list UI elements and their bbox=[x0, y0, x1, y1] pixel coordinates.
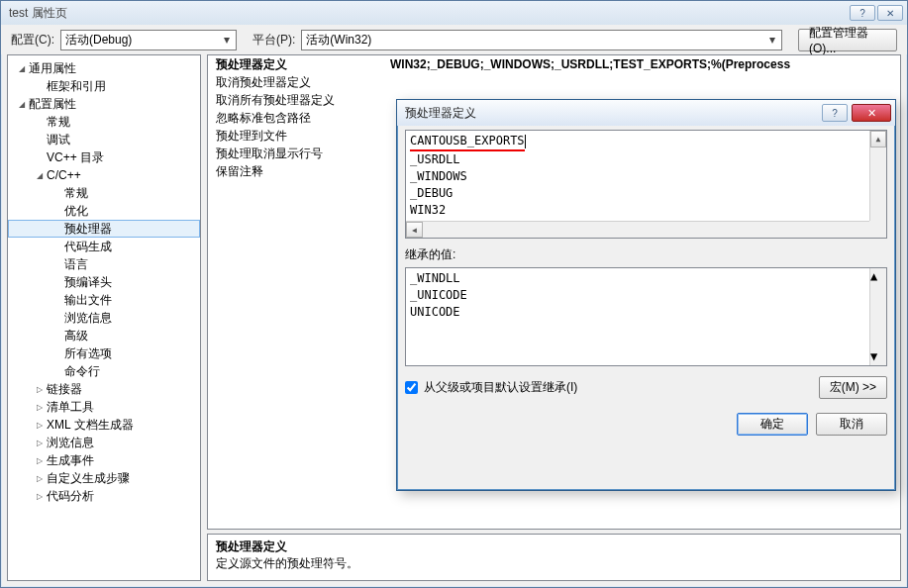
tree-item-label: 优化 bbox=[64, 203, 88, 220]
tree-twisty-icon[interactable]: ▷ bbox=[34, 455, 45, 466]
scroll-up-icon[interactable]: ▲ bbox=[870, 268, 886, 285]
definition-line: _WINDOWS bbox=[410, 168, 882, 185]
tree-twisty-spacer bbox=[51, 348, 62, 359]
tree-item-label: 预编译头 bbox=[64, 274, 112, 291]
property-label: 忽略标准包含路径 bbox=[208, 110, 386, 127]
scroll-up-icon[interactable]: ▲ bbox=[870, 131, 886, 147]
preprocessor-definitions-dialog: 预处理器定义 ? ✕ CANTOUSB_EXPORTS_USRDLL_WINDO… bbox=[396, 99, 896, 491]
ok-button[interactable]: 确定 bbox=[737, 413, 808, 436]
dialog-help-button[interactable]: ? bbox=[822, 104, 848, 122]
tree-item[interactable]: ▷生成事件 bbox=[8, 451, 200, 469]
tree-twisty-icon[interactable]: ▷ bbox=[34, 402, 45, 413]
tree-item[interactable]: ▷清单工具 bbox=[8, 398, 200, 416]
tree-item[interactable]: 输出文件 bbox=[8, 291, 200, 309]
tree-item-label: 生成事件 bbox=[47, 452, 94, 469]
tree-item[interactable]: 预编译头 bbox=[8, 273, 200, 291]
scroll-down-icon[interactable]: ▼ bbox=[870, 348, 886, 365]
scrollbar-vertical[interactable]: ▲ ▼ bbox=[869, 268, 886, 365]
tree-item-label: 清单工具 bbox=[47, 399, 94, 416]
chevron-down-icon: ▾ bbox=[764, 33, 779, 48]
tree-item[interactable]: VC++ 目录 bbox=[8, 148, 200, 166]
config-value: 活动(Debug) bbox=[65, 32, 132, 49]
config-combo[interactable]: 活动(Debug) ▾ bbox=[60, 30, 237, 50]
tree-twisty-icon[interactable]: ◢ bbox=[16, 99, 27, 110]
tree-twisty-icon[interactable]: ▷ bbox=[34, 491, 45, 502]
desc-body: 定义源文件的预处理符号。 bbox=[216, 555, 892, 572]
tree-item[interactable]: 框架和引用 bbox=[8, 77, 200, 95]
inherit-checkbox[interactable] bbox=[405, 381, 418, 394]
help-button[interactable]: ? bbox=[850, 5, 875, 21]
text-caret bbox=[525, 135, 526, 148]
tree-twisty-icon[interactable]: ◢ bbox=[16, 63, 27, 74]
tree-twisty-spacer bbox=[51, 224, 62, 235]
definition-line: _USRDLL bbox=[410, 151, 882, 168]
tree-item-label: 所有选项 bbox=[64, 345, 112, 362]
property-label: 保留注释 bbox=[208, 163, 386, 180]
tree-twisty-spacer bbox=[51, 188, 62, 199]
tree-item-label: 输出文件 bbox=[64, 292, 112, 309]
chevron-down-icon: ▾ bbox=[219, 33, 234, 48]
close-button[interactable]: ✕ bbox=[877, 5, 903, 21]
scrollbar-vertical[interactable]: ▲ bbox=[869, 131, 886, 221]
window-title: test 属性页 bbox=[5, 5, 848, 22]
tree-twisty-icon[interactable]: ▷ bbox=[34, 438, 45, 448]
inherited-label: 继承的值: bbox=[405, 246, 887, 263]
scrollbar-corner bbox=[869, 221, 886, 238]
tree-item[interactable]: 代码生成 bbox=[8, 238, 200, 255]
tree-item-label: 代码生成 bbox=[64, 239, 112, 255]
tree-item[interactable]: 所有选项 bbox=[8, 344, 200, 362]
inherited-line: _WINDLL bbox=[410, 270, 882, 287]
toolbar: 配置(C): 活动(Debug) ▾ 平台(P): 活动(Win32) ▾ 配置… bbox=[1, 25, 907, 54]
tree-item[interactable]: 语言 bbox=[8, 255, 200, 273]
tree-twisty-icon[interactable]: ◢ bbox=[34, 170, 45, 181]
dialog-close-button[interactable]: ✕ bbox=[852, 104, 891, 122]
tree-item[interactable]: 浏览信息 bbox=[8, 309, 200, 327]
tree-item[interactable]: ▷浏览信息 bbox=[8, 434, 200, 451]
tree-item-label: 配置属性 bbox=[29, 96, 76, 113]
scrollbar-horizontal[interactable]: ◀ ▶ bbox=[406, 221, 886, 238]
tree-item-label: 框架和引用 bbox=[47, 78, 106, 95]
cancel-button[interactable]: 取消 bbox=[816, 413, 887, 436]
tree-item-label: VC++ 目录 bbox=[47, 149, 104, 166]
tree-item[interactable]: ▷代码分析 bbox=[8, 487, 200, 505]
tree-item-label: 高级 bbox=[64, 328, 88, 344]
tree-item[interactable]: ◢配置属性 bbox=[8, 95, 200, 113]
definition-line: CANTOUSB_EXPORTS bbox=[410, 133, 882, 151]
tree-item[interactable]: ◢通用属性 bbox=[8, 59, 200, 77]
tree-item[interactable]: ◢C/C++ bbox=[8, 166, 200, 184]
tree-item-label: C/C++ bbox=[47, 168, 81, 182]
tree-twisty-spacer bbox=[34, 117, 45, 128]
property-row[interactable]: 取消预处理器定义 bbox=[208, 73, 900, 91]
platform-combo[interactable]: 活动(Win32) ▾ bbox=[301, 30, 782, 50]
tree-twisty-icon[interactable]: ▷ bbox=[34, 420, 45, 431]
tree-item[interactable]: ▷XML 文档生成器 bbox=[8, 416, 200, 434]
tree-item[interactable]: 常规 bbox=[8, 184, 200, 202]
tree-item-label: XML 文档生成器 bbox=[47, 417, 134, 434]
definitions-textbox[interactable]: CANTOUSB_EXPORTS_USRDLL_WINDOWS_DEBUGWIN… bbox=[405, 130, 887, 239]
definition-line: WIN32 bbox=[410, 202, 882, 219]
tree-item-label: 浏览信息 bbox=[47, 435, 94, 451]
tree-item[interactable]: 优化 bbox=[8, 202, 200, 220]
tree-item-label: 预处理器 bbox=[64, 221, 112, 238]
tree-item[interactable]: 调试 bbox=[8, 131, 200, 148]
tree-twisty-icon[interactable]: ▷ bbox=[34, 384, 45, 395]
tree-twisty-spacer bbox=[51, 277, 62, 288]
tree-item[interactable]: 预处理器 bbox=[8, 220, 200, 238]
tree-item-label: 命令行 bbox=[64, 363, 100, 380]
tree-twisty-spacer bbox=[51, 331, 62, 342]
property-label: 取消所有预处理器定义 bbox=[208, 92, 386, 109]
scroll-left-icon[interactable]: ◀ bbox=[406, 222, 423, 238]
property-row[interactable]: 预处理器定义WIN32;_DEBUG;_WINDOWS;_USRDLL;TEST… bbox=[208, 55, 900, 73]
tree-twisty-icon[interactable]: ▷ bbox=[34, 473, 45, 484]
tree-item[interactable]: 命令行 bbox=[8, 362, 200, 380]
tree-item[interactable]: ▷自定义生成步骤 bbox=[8, 469, 200, 487]
tree-item-label: 常规 bbox=[64, 185, 88, 202]
tree-item[interactable]: 常规 bbox=[8, 113, 200, 131]
tree-item-label: 常规 bbox=[47, 114, 70, 131]
config-manager-button[interactable]: 配置管理器(O)... bbox=[798, 29, 897, 51]
tree-item-label: 语言 bbox=[64, 256, 88, 273]
tree-item[interactable]: 高级 bbox=[8, 327, 200, 344]
tree-item[interactable]: ▷链接器 bbox=[8, 380, 200, 398]
macro-button[interactable]: 宏(M) >> bbox=[819, 376, 887, 399]
tree-panel[interactable]: ◢通用属性框架和引用◢配置属性常规调试VC++ 目录◢C/C++常规优化预处理器… bbox=[7, 54, 201, 581]
